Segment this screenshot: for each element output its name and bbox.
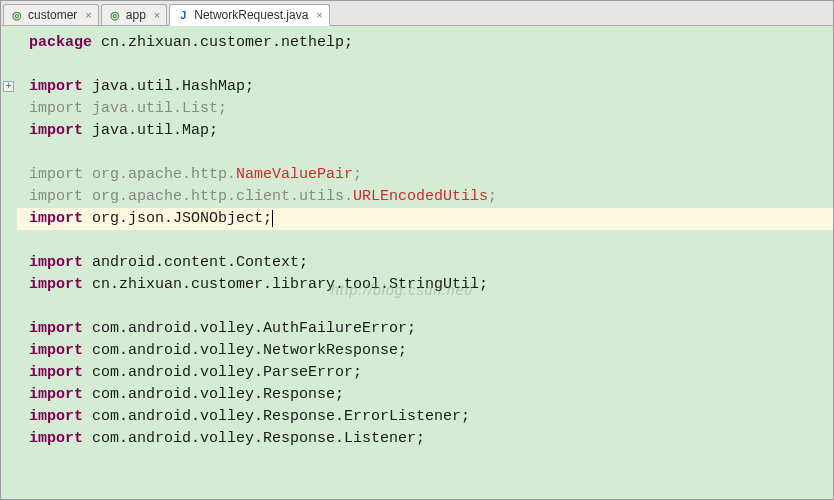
code-token: import: [29, 122, 92, 139]
code-token: import: [29, 408, 92, 425]
code-token: org.apache.http.client.utils.: [92, 188, 353, 205]
code-line[interactable]: [29, 142, 833, 164]
code-line[interactable]: import org.apache.http.client.utils.URLE…: [29, 186, 833, 208]
code-editor[interactable]: + package cn.zhixuan.customer.nethelp; i…: [1, 26, 833, 499]
close-icon[interactable]: ×: [316, 9, 322, 21]
java-package-icon: ◎: [10, 8, 24, 22]
code-token: com.android.volley.ParseError;: [92, 364, 362, 381]
code-token: java.util.List;: [92, 100, 227, 117]
tab-customer[interactable]: ◎customer×: [3, 4, 99, 25]
gutter: +: [1, 26, 17, 499]
code-line[interactable]: import java.util.HashMap;: [29, 76, 833, 98]
code-token: import: [29, 78, 92, 95]
tab-networkrequest-java[interactable]: JNetworkRequest.java×: [169, 4, 330, 26]
code-token: cn.zhixuan.customer.library.tool.StringU…: [92, 276, 488, 293]
java-package-icon: ◎: [108, 8, 122, 22]
code-token: package: [29, 34, 101, 51]
code-token: com.android.volley.Response.ErrorListene…: [92, 408, 470, 425]
code-token: import: [29, 320, 92, 337]
tab-label: app: [126, 8, 146, 22]
code-line[interactable]: import com.android.volley.Response;: [29, 384, 833, 406]
editor-frame: ◎customer×◎app×JNetworkRequest.java× + p…: [0, 0, 834, 500]
code-token: org.json.JSONObject;: [92, 210, 272, 227]
code-line[interactable]: import java.util.Map;: [29, 120, 833, 142]
java-file-icon: J: [176, 8, 190, 22]
code-token: com.android.volley.Response;: [92, 386, 344, 403]
close-icon[interactable]: ×: [154, 9, 160, 21]
code-token: org.apache.http.: [92, 166, 236, 183]
code-area[interactable]: package cn.zhixuan.customer.nethelp; imp…: [17, 26, 833, 499]
tab-app[interactable]: ◎app×: [101, 4, 167, 25]
code-line[interactable]: import java.util.List;: [29, 98, 833, 120]
code-token: import: [29, 100, 92, 117]
code-line[interactable]: package cn.zhixuan.customer.nethelp;: [29, 32, 833, 54]
code-token: URLEncodedUtils: [353, 188, 488, 205]
tab-label: customer: [28, 8, 77, 22]
code-token: import: [29, 342, 92, 359]
text-caret: [272, 210, 273, 227]
code-token: cn.zhixuan.customer.nethelp;: [101, 34, 353, 51]
code-line[interactable]: import org.apache.http.NameValuePair;: [29, 164, 833, 186]
code-token: import: [29, 364, 92, 381]
code-token: import: [29, 386, 92, 403]
code-line[interactable]: import com.android.volley.ParseError;: [29, 362, 833, 384]
code-line[interactable]: import android.content.Context;: [29, 252, 833, 274]
code-token: java.util.HashMap;: [92, 78, 254, 95]
code-token: import: [29, 430, 92, 447]
code-line[interactable]: [29, 230, 833, 252]
code-token: android.content.Context;: [92, 254, 308, 271]
code-line[interactable]: [29, 54, 833, 76]
code-token: com.android.volley.Response.Listener;: [92, 430, 425, 447]
tab-bar: ◎customer×◎app×JNetworkRequest.java×: [1, 1, 833, 26]
tab-label: NetworkRequest.java: [194, 8, 308, 22]
code-token: ;: [353, 166, 362, 183]
code-line[interactable]: import org.json.JSONObject;: [17, 208, 833, 230]
code-token: import: [29, 166, 92, 183]
code-line[interactable]: import com.android.volley.AuthFailureErr…: [29, 318, 833, 340]
code-token: com.android.volley.NetworkResponse;: [92, 342, 407, 359]
code-token: import: [29, 188, 92, 205]
code-line[interactable]: import com.android.volley.Response.Error…: [29, 406, 833, 428]
code-line[interactable]: import com.android.volley.NetworkRespons…: [29, 340, 833, 362]
code-token: import: [29, 276, 92, 293]
code-token: NameValuePair: [236, 166, 353, 183]
code-token: import: [29, 254, 92, 271]
fold-expand-icon[interactable]: +: [3, 81, 14, 92]
close-icon[interactable]: ×: [85, 9, 91, 21]
code-token: com.android.volley.AuthFailureError;: [92, 320, 416, 337]
code-token: java.util.Map;: [92, 122, 218, 139]
code-token: import: [29, 210, 92, 227]
code-line[interactable]: [29, 296, 833, 318]
code-token: ;: [488, 188, 497, 205]
code-line[interactable]: import cn.zhixuan.customer.library.tool.…: [29, 274, 833, 296]
code-line[interactable]: import com.android.volley.Response.Liste…: [29, 428, 833, 450]
